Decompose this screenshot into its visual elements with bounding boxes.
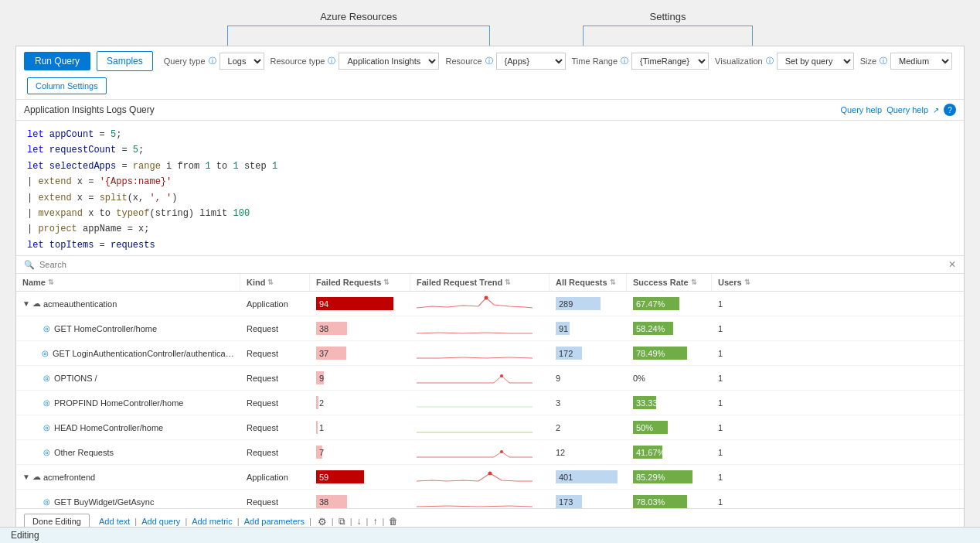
resource-type-select[interactable]: Application Insights — [339, 53, 439, 70]
th-allreq[interactable]: All Requests ⇅ — [550, 274, 627, 291]
td-failed: 9 — [310, 369, 410, 387]
td-allreq: 289 — [550, 295, 627, 312]
query-type-label: Query type — [164, 56, 206, 66]
td-allreq: 3 — [550, 396, 627, 410]
row-name: Other Requests — [54, 448, 114, 457]
code-line-5: | extend x = split(x, ', ') — [27, 190, 953, 206]
close-icon[interactable]: ✕ — [948, 259, 956, 270]
th-trend[interactable]: Failed Request Trend ⇅ — [410, 274, 550, 291]
td-kind: Request — [240, 495, 310, 509]
settings-icon[interactable]: ⚙ — [318, 516, 327, 528]
sep5: | — [332, 517, 334, 526]
query-help-group: Query help Query help ↗ ? — [840, 104, 956, 116]
expand-icon[interactable]: ▼ — [22, 299, 30, 308]
expand-icon[interactable]: ▼ — [22, 473, 30, 481]
svg-point-1 — [500, 374, 503, 377]
clone-icon[interactable]: ⧉ — [339, 516, 345, 527]
search-bar: 🔍 ✕ — [16, 256, 964, 274]
code-line-4: | extend x = '{Apps:name}' — [27, 174, 953, 190]
visualization-label: Visualization — [715, 56, 763, 66]
move-down-icon[interactable]: ↓ — [357, 516, 362, 527]
th-failed[interactable]: Failed Requests ⇅ — [310, 274, 410, 291]
add-query-link[interactable]: Add query — [141, 517, 180, 526]
td-kind: Request — [240, 396, 310, 410]
code-line-7: | project appName = x; — [27, 221, 953, 237]
row-name: GET HomeController/home — [54, 324, 157, 333]
td-name: ◎ GET LoginAuthenticationController/auth… — [16, 347, 240, 360]
table-header: Name ⇅ Kind ⇅ Failed Requests ⇅ Failed R… — [16, 274, 964, 292]
resource-select[interactable]: {Apps} — [496, 53, 566, 70]
td-kind: Request — [240, 421, 310, 435]
req-icon: ◎ — [43, 398, 50, 407]
th-success[interactable]: Success Rate ⇅ — [627, 274, 712, 291]
td-failed: 1 — [310, 418, 410, 436]
size-group: Size ⓘ Medium — [860, 53, 952, 70]
query-type-info-icon: ⓘ — [209, 56, 216, 67]
table-body: ▼ ☁ acmeauthentication Application 94 — [16, 292, 964, 508]
move-up-icon[interactable]: ↑ — [373, 516, 377, 527]
td-name: ◎ OPTIONS / — [16, 371, 240, 385]
visualization-group: Visualization ⓘ Set by query — [715, 53, 854, 70]
td-name: ▼ ☁ acmefrontend — [16, 470, 240, 484]
code-editor[interactable]: let appCount = 5; let requestCount = 5; … — [16, 121, 964, 256]
column-settings-button[interactable]: Column Settings — [27, 77, 107, 94]
delete-icon[interactable]: 🗑 — [389, 516, 398, 527]
size-select[interactable]: Medium — [890, 53, 952, 70]
td-trend — [410, 316, 550, 340]
td-failed: 38 — [310, 493, 410, 508]
size-info-icon: ⓘ — [880, 56, 887, 67]
sep4: | — [309, 517, 311, 526]
table-row: ▼ ☁ acmeauthentication Application 94 — [16, 292, 964, 316]
add-text-link[interactable]: Add text — [99, 517, 130, 526]
time-range-label: Time Range — [572, 56, 618, 66]
th-kind[interactable]: Kind ⇅ — [240, 274, 310, 291]
td-failed: 94 — [310, 295, 410, 312]
td-kind: Request — [240, 347, 310, 360]
code-line-6: | mvexpand x to typeof(string) limit 100 — [27, 206, 953, 221]
bottom-links: Add text | Add query | Add metric | Add … — [99, 516, 400, 528]
visualization-select[interactable]: Set by query — [777, 53, 854, 70]
table-row: ◎ GET HomeController/home Request 38 — [16, 316, 964, 341]
visualization-info-icon: ⓘ — [766, 56, 774, 67]
sort-icon-users: ⇅ — [744, 278, 750, 286]
th-users[interactable]: Users ⇅ — [712, 274, 758, 291]
query-help-link[interactable]: Query help — [840, 105, 882, 114]
td-kind: Application — [240, 470, 310, 484]
search-input[interactable] — [39, 260, 944, 269]
sort-icon-kind: ⇅ — [267, 278, 274, 286]
code-line-8: let topItems = requests — [27, 237, 953, 253]
td-success: 33.33% — [627, 394, 712, 412]
run-query-button[interactable]: Run Query — [24, 52, 90, 70]
td-name: ◎ PROPFIND HomeController/home — [16, 396, 240, 410]
query-help-label[interactable]: Query help — [886, 105, 928, 114]
td-success: 58.24% — [627, 319, 712, 337]
svg-point-5 — [488, 472, 492, 476]
trend-sparkline — [417, 343, 533, 360]
req-icon: ◎ — [43, 324, 50, 333]
req-icon: ◎ — [43, 448, 50, 456]
query-title: Application Insights Logs Query — [24, 104, 155, 115]
resource-type-info-icon: ⓘ — [328, 56, 335, 67]
editing-status: Editing — [11, 530, 39, 541]
td-users: 1 — [712, 495, 758, 509]
results-table: Name ⇅ Kind ⇅ Failed Requests ⇅ Failed R… — [16, 274, 964, 508]
td-trend — [410, 292, 550, 316]
query-help-info-icon: ? — [944, 104, 956, 116]
trend-sparkline — [417, 319, 533, 336]
td-users: 1 — [712, 470, 758, 484]
sort-icon-allreq: ⇅ — [610, 278, 616, 286]
query-type-select[interactable]: Logs — [219, 53, 264, 70]
th-name[interactable]: Name ⇅ — [16, 274, 240, 291]
td-success: 0% — [627, 371, 712, 385]
table-row: ◎ HEAD HomeController/home Request 1 — [16, 415, 964, 440]
time-range-select[interactable]: {TimeRange} — [631, 53, 709, 70]
add-metric-link[interactable]: Add metric — [192, 517, 233, 526]
td-users: 1 — [712, 347, 758, 360]
add-parameters-link[interactable]: Add parameters — [244, 517, 305, 526]
samples-button[interactable]: Samples — [97, 51, 153, 71]
trend-sparkline — [417, 442, 533, 459]
svg-point-4 — [500, 450, 503, 453]
query-type-group: Query type ⓘ Logs — [164, 53, 264, 70]
app-icon: ☁ — [32, 299, 41, 309]
query-help-external-icon: ↗ — [933, 106, 939, 114]
